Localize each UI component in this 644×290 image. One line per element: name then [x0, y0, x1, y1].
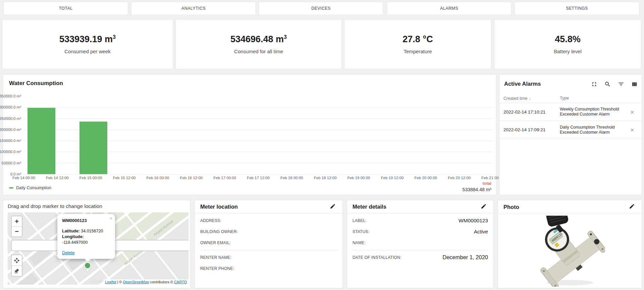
stat-card-consumed-all-time: 534696.48 m3 Consumed for all time	[175, 19, 342, 69]
x-tick: Feb 16 12:00	[180, 176, 203, 180]
alarm-clear-icon[interactable]: ×	[626, 108, 639, 116]
y-tick: 250000.0 m³	[0, 117, 21, 121]
field-renter-phone: RENTER PHONE:	[200, 263, 337, 274]
tab-devices[interactable]: DEVICES	[259, 2, 383, 15]
edit-details-button[interactable]	[481, 203, 488, 211]
filter-icon[interactable]	[618, 81, 624, 87]
photo-title: Photo	[503, 204, 519, 210]
stat-value: 533939.19 m3	[59, 34, 116, 45]
x-tick: Feb 17 12:00	[247, 176, 270, 180]
columns-icon[interactable]	[631, 81, 638, 87]
edit-photo-button[interactable]	[629, 203, 636, 211]
y-tick: 300000.0 m³	[0, 105, 21, 109]
bar-feb-14[interactable]	[28, 108, 55, 174]
leaflet-link[interactable]: Leaflet	[105, 280, 116, 284]
stat-card-battery: 45.8% Battery level	[494, 19, 641, 69]
chart-plot-area	[24, 96, 493, 174]
divider	[352, 250, 489, 250]
eraser-icon	[14, 268, 20, 274]
column-type[interactable]: Type	[560, 96, 626, 100]
drag-marker-button[interactable]	[12, 255, 22, 266]
x-tick: Feb 15 12:00	[113, 176, 136, 180]
popup-title: WM0000123	[62, 218, 110, 223]
erase-button[interactable]	[12, 266, 22, 276]
stat-label: Battery level	[554, 49, 582, 54]
tab-label: DEVICES	[311, 6, 331, 11]
legend-item-daily-consumption[interactable]: Daily Consumption	[9, 186, 51, 190]
x-tick: Feb 20 00:00	[414, 176, 437, 180]
field-label: LABEL:WM0000123	[353, 215, 488, 226]
total-label: total	[463, 181, 491, 186]
alarm-created-time: 2022-02-14 17:09:21	[503, 127, 560, 132]
fullscreen-icon[interactable]	[591, 81, 597, 87]
x-tick: Feb 18 12:00	[314, 176, 337, 180]
popup-close-icon[interactable]: ×	[109, 215, 112, 221]
map-tools-control	[11, 255, 22, 277]
sort-desc-icon: ↓	[529, 96, 531, 101]
openstreetmap-link[interactable]: OpenStreetMap	[123, 280, 149, 284]
stat-label: Consumed per week	[64, 49, 111, 54]
field-status: STATUS:Active	[353, 226, 488, 237]
alarm-row[interactable]: 2022-02-14 17:09:21 Daily Consumption Th…	[499, 121, 642, 139]
chart-title: Water Consumption	[9, 80, 63, 87]
edit-location-button[interactable]	[330, 203, 337, 211]
marker-popup: × WM0000123 Latitude: 34.0156720 Longitu…	[57, 214, 115, 259]
y-tick: 200000.0 m³	[0, 128, 21, 132]
water-consumption-chart-card: Water Consumption 350000.0 m³ 300000.0 m…	[3, 74, 496, 195]
x-tick: Feb 15 00:00	[79, 176, 102, 180]
tab-total[interactable]: TOTAL	[3, 2, 128, 15]
stat-value: 534696.48 m3	[230, 34, 287, 45]
map-marker[interactable]	[83, 261, 92, 273]
chart-y-axis: 350000.0 m³ 300000.0 m³ 250000.0 m³ 2000…	[3, 96, 21, 174]
map-title: Drag and drop marker to change location	[8, 203, 102, 209]
total-value: 533884.48 m³	[463, 187, 491, 192]
x-tick: Feb 18 00:00	[280, 176, 303, 180]
field-date-of-installation: DATE OF INSTALLATION:December 1, 2020	[353, 252, 488, 263]
zoom-in-button[interactable]: +	[12, 216, 22, 226]
y-tick: 150000.0 m³	[0, 139, 21, 143]
legend-label: Daily Consumption	[16, 186, 51, 190]
x-tick: Feb 14 12:00	[46, 176, 69, 180]
zoom-out-button[interactable]: −	[12, 226, 22, 236]
gridline	[24, 174, 493, 174]
alarm-row[interactable]: 2022-02-14 17:10:21 Weekly Consumption T…	[499, 103, 642, 121]
y-tick: 350000.0 m³	[0, 94, 21, 98]
map-zoom-control: + −	[11, 216, 22, 237]
gridline	[24, 107, 493, 107]
meter-location-card: Meter location ADDRESS: BUILDING OWNER: …	[195, 200, 343, 288]
popup-latitude: Latitude: 34.0156720	[62, 228, 110, 234]
field-building-owner: BUILDING OWNER:	[200, 226, 337, 237]
alarm-clear-icon[interactable]: ×	[626, 126, 639, 133]
tab-label: ANALYTICS	[181, 6, 206, 11]
alarm-type: Weekly Consumption Threshold Exceeded Cu…	[560, 107, 626, 117]
carto-link[interactable]: CARTO	[174, 280, 187, 284]
meter-details-title: Meter details	[353, 204, 386, 210]
stat-label: Temperature	[404, 49, 432, 54]
tab-analytics[interactable]: ANALYTICS	[131, 2, 256, 15]
map-canvas[interactable]: 28th St Airport Avenue Airport Avenue SP…	[8, 212, 189, 285]
pencil-icon	[330, 203, 336, 209]
stat-label: Consumed for all time	[234, 49, 283, 54]
field-name: NAME:	[353, 237, 488, 248]
column-created-time[interactable]: Created time↓	[503, 96, 560, 101]
popup-longitude: Longitude: -118.4497000	[62, 234, 110, 245]
pencil-icon	[481, 203, 487, 209]
x-tick: Feb 20 12:00	[448, 176, 471, 180]
tab-settings[interactable]: SETTINGS	[515, 2, 639, 15]
move-icon	[14, 258, 20, 264]
chart-x-axis: Feb 14 00:00 Feb 14 12:00 Feb 15 00:00 F…	[24, 176, 493, 181]
bar-feb-15[interactable]	[79, 122, 107, 174]
field-address: ADDRESS:	[200, 215, 337, 226]
popup-delete-link[interactable]: Delete	[62, 250, 75, 255]
y-tick: 100000.0 m³	[0, 150, 21, 154]
alarms-toolbar	[591, 81, 638, 87]
pencil-icon	[629, 203, 635, 209]
stat-card-temperature: 27.8 °C Temperature	[344, 19, 491, 69]
stat-value: 27.8 °C	[402, 34, 433, 45]
tab-label: ALARMS	[440, 6, 458, 11]
tab-alarms[interactable]: ALARMS	[387, 2, 512, 15]
legend-swatch	[9, 187, 13, 189]
search-icon[interactable]	[604, 81, 611, 87]
x-tick: Feb 14 00:00	[12, 176, 35, 180]
water-meter-image: 0000123	[535, 216, 605, 287]
